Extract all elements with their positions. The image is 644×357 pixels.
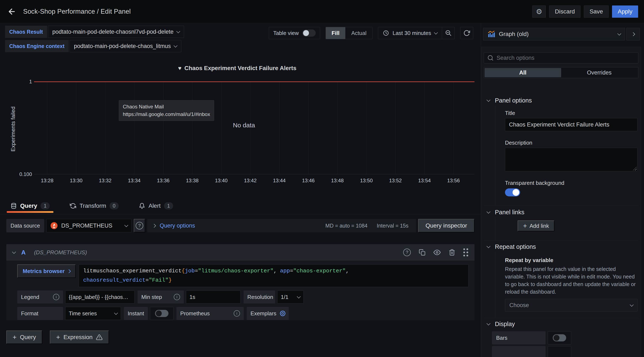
hide-query-eye-icon[interactable]: [434, 249, 440, 256]
x-tick-label: 13:46: [302, 178, 315, 184]
legend-input[interactable]: {{app_label}} - {{chaos…: [65, 290, 134, 303]
min-step-input[interactable]: 1s: [186, 290, 240, 303]
prometheus-icon: [50, 222, 58, 229]
query-inspector-button[interactable]: Query inspector: [418, 219, 474, 232]
add-expression-label: Expression: [64, 334, 93, 340]
data-source-help-button[interactable]: ?: [134, 219, 145, 232]
variable-label: Chaos Result: [5, 26, 47, 38]
info-icon[interactable]: i: [174, 294, 180, 300]
toggle-viz-picker-button[interactable]: [626, 28, 640, 41]
delete-query-trash-icon[interactable]: [448, 249, 455, 256]
x-tick-label: 13:52: [389, 178, 402, 184]
bell-icon: [139, 203, 145, 209]
tab-label: Transform: [80, 202, 106, 209]
chevron-down-icon: [114, 311, 118, 315]
repeat-variable-select[interactable]: Choose: [505, 299, 638, 311]
add-query-label: Query: [20, 334, 36, 340]
section-divider: [484, 240, 638, 240]
fill-option[interactable]: Fill: [326, 27, 346, 39]
tab-alert[interactable]: Alert 1: [135, 197, 177, 214]
view-controls: Table view Fill Actual Last 30 minutes: [269, 27, 473, 39]
refresh-button[interactable]: [460, 27, 473, 39]
tab-overrides[interactable]: Overrides: [561, 68, 638, 77]
x-tick-label: 13:42: [244, 178, 256, 184]
resolution-select[interactable]: 1/1: [277, 290, 304, 303]
discard-button[interactable]: Discard: [549, 6, 580, 18]
chevron-down-icon: [124, 223, 128, 227]
drag-handle[interactable]: [463, 248, 468, 256]
add-link-button[interactable]: + Add link: [518, 220, 554, 231]
gridline: [250, 82, 250, 174]
variable-label: Chaos Engine context: [5, 40, 69, 52]
tab-label: Query: [20, 202, 37, 209]
variable-value-dropdown[interactable]: podtato-main-pod-delete-chaosnl7vd-pod-d…: [48, 26, 184, 38]
chevron-down-icon: [617, 32, 621, 35]
x-tick-label: 13:34: [128, 178, 140, 184]
apply-button[interactable]: Apply: [612, 6, 638, 18]
add-query-button[interactable]: + Query: [6, 330, 42, 344]
data-link-tooltip[interactable]: Chaos Native Mail https://mail.google.co…: [119, 100, 214, 121]
resize-handle[interactable]: [633, 167, 637, 171]
x-tick-label: 13:48: [331, 178, 344, 184]
data-source-picker[interactable]: DS_PROMETHEUS: [46, 219, 132, 232]
table-view-toggle[interactable]: [302, 30, 316, 37]
query-options-bar[interactable]: Query options MD = auto = 1084 Interval …: [147, 219, 416, 232]
tab-query[interactable]: Query 1: [7, 197, 54, 214]
info-icon[interactable]: i: [53, 294, 59, 300]
duplicate-query-icon[interactable]: [419, 249, 426, 256]
variable-value-dropdown[interactable]: podtato-main-pod-delete-chaos_litmus: [70, 40, 182, 52]
tab-count-badge: 1: [40, 202, 50, 209]
chevron-down-icon: [12, 250, 16, 254]
save-button[interactable]: Save: [584, 6, 609, 18]
zoom-out-button[interactable]: [442, 27, 454, 39]
exemplars-icon[interactable]: [279, 310, 286, 317]
search-input[interactable]: [496, 55, 635, 61]
metrics-browser-button[interactable]: Metrics browser: [17, 264, 76, 278]
section-panel-options[interactable]: Panel options: [487, 97, 638, 104]
time-range-button[interactable]: Last 30 minutes: [378, 27, 442, 39]
gridline: [279, 82, 280, 174]
x-tick-label: 13:28: [41, 178, 54, 184]
query-row-header[interactable]: A (DS_PROMETHEUS) ?: [6, 244, 474, 261]
transparent-background-toggle[interactable]: [505, 188, 520, 196]
info-icon[interactable]: i: [234, 310, 240, 316]
panel-title-input[interactable]: [505, 118, 638, 131]
promql-editor[interactable]: litmuschaos_experiment_verdict{job="litm…: [79, 264, 468, 287]
plus-icon: +: [12, 333, 16, 341]
add-expression-button[interactable]: + Expression: [50, 330, 109, 344]
visualization-select[interactable]: Graph (old): [483, 28, 625, 41]
table-view-toggle-group: Table view: [269, 27, 320, 39]
panel-header[interactable]: ♥ Chaos Experiment Verdict Failure Alert…: [0, 65, 474, 72]
instant-toggle[interactable]: [155, 310, 168, 317]
chevron-down-icon: [174, 44, 178, 47]
format-select[interactable]: Time series: [65, 307, 121, 320]
options-filter-tabs: All Overrides: [484, 67, 638, 78]
gridline: [454, 82, 454, 174]
query-row-actions: ?: [403, 248, 468, 256]
plot-area[interactable]: No data: [34, 82, 474, 174]
help-icon[interactable]: ?: [403, 249, 411, 256]
graph-viz-icon: [488, 30, 495, 38]
chevron-right-icon: [152, 224, 156, 228]
tab-transform[interactable]: Transform 0: [66, 197, 122, 214]
grafana-edit-panel: Sock-Shop Performance / Edit Panel ⚙ Dis…: [0, 0, 644, 357]
legend-label: Legendi: [17, 290, 63, 303]
bars-toggle[interactable]: [553, 334, 566, 341]
panel-settings-button[interactable]: ⚙: [532, 6, 546, 18]
x-tick-label: 13:50: [360, 178, 373, 184]
arrow-left-icon: [7, 7, 16, 16]
section-panel-links[interactable]: Panel links: [487, 209, 638, 216]
tooltip-title: Chaos Native Mail: [123, 103, 210, 111]
table-view-label: Table view: [273, 30, 299, 37]
promql-line-2: chaosresult_verdict="Fail"}: [83, 275, 464, 285]
prometheus-type-label: Prometheusi: [176, 307, 244, 320]
tab-all[interactable]: All: [484, 68, 561, 77]
actual-option[interactable]: Actual: [345, 27, 372, 39]
description-textarea[interactable]: [505, 148, 638, 171]
section-display[interactable]: Display: [487, 320, 638, 327]
editor-tabs: Query 1 Transform 0 Alert 1: [0, 197, 481, 214]
title-field-label: Title: [505, 106, 638, 116]
instant-label: Instant: [124, 307, 148, 320]
back-arrow-button[interactable]: [6, 6, 18, 18]
section-repeat-options[interactable]: Repeat options: [487, 243, 638, 250]
